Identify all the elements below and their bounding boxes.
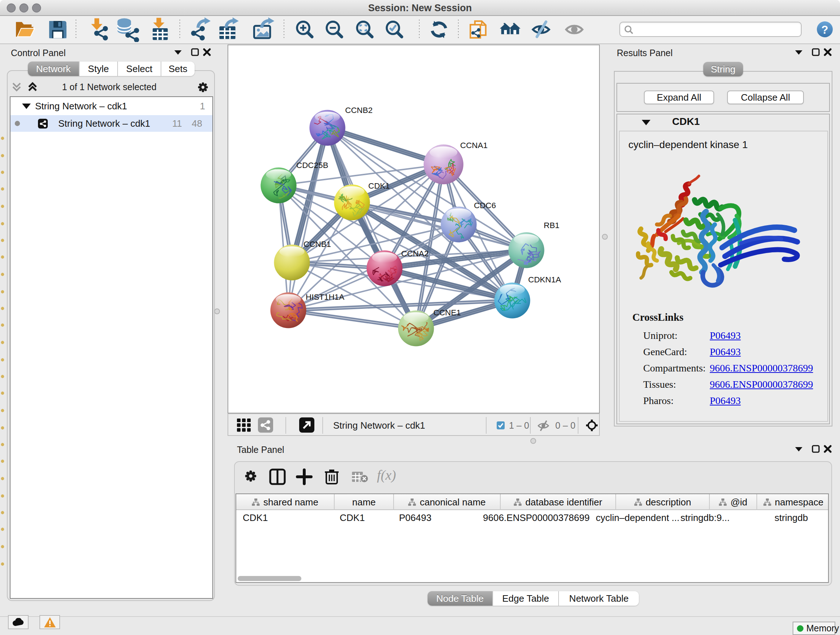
svg-text:CCNB2: CCNB2	[345, 106, 373, 115]
svg-text:CDK1: CDK1	[368, 181, 390, 190]
svg-text:CDKN1A: CDKN1A	[528, 275, 561, 284]
svg-text:CCNA1: CCNA1	[460, 141, 488, 150]
svg-text:CDC6: CDC6	[474, 201, 496, 210]
svg-text:CCNB1: CCNB1	[303, 240, 331, 249]
svg-text:HIST1H1A: HIST1H1A	[306, 293, 344, 302]
svg-text:RB1: RB1	[544, 221, 560, 230]
svg-text:CCNA2: CCNA2	[401, 249, 429, 258]
svg-text:CCNE1: CCNE1	[433, 308, 461, 317]
svg-text:?: ?	[821, 24, 829, 36]
svg-text:CDC25B: CDC25B	[296, 161, 328, 170]
